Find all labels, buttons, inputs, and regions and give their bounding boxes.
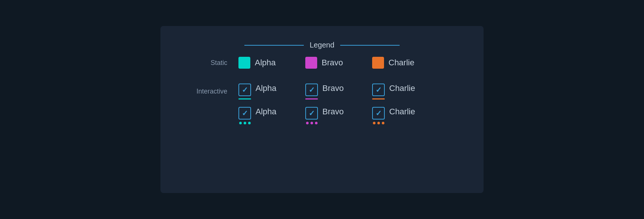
interactive-section: Interactive ✓ Alpha ✓ xyxy=(183,84,461,124)
charlie-interactive-label-solid: Charlie xyxy=(389,84,415,93)
interactive-label: Interactive xyxy=(183,88,227,95)
bravo-checkmark-dots: ✓ xyxy=(309,110,315,117)
legend-item-alpha: Alpha xyxy=(238,57,305,69)
alpha-underline-dots xyxy=(239,122,251,124)
alpha-swatch xyxy=(238,57,250,69)
charlie-checkbox-wrapper-dots: ✓ xyxy=(372,107,385,124)
checkbox-group-charlie-solid: ✓ Charlie xyxy=(372,84,439,99)
alpha-checkmark-solid: ✓ xyxy=(242,86,248,94)
charlie-dot-3 xyxy=(382,122,384,124)
charlie-underline-solid xyxy=(372,98,385,99)
alpha-checkmark-dots: ✓ xyxy=(242,110,248,117)
alpha-checkbox-dots[interactable]: ✓ xyxy=(238,107,251,120)
main-card: Legend Static Alpha Bravo Charlie Intera… xyxy=(160,26,484,193)
legend-items: Static Alpha Bravo Charlie xyxy=(183,57,461,69)
charlie-checkmark-solid: ✓ xyxy=(375,86,382,94)
interactive-row-solid: Interactive ✓ Alpha ✓ xyxy=(183,84,461,99)
legend-header: Legend xyxy=(244,41,400,49)
legend-section: Legend Static Alpha Bravo Charlie xyxy=(183,41,461,69)
alpha-checkbox-wrapper-solid: ✓ xyxy=(238,84,251,99)
alpha-checkbox-wrapper-dots: ✓ xyxy=(238,107,251,124)
bravo-swatch xyxy=(305,57,317,69)
alpha-dot-2 xyxy=(244,122,246,124)
charlie-dot-2 xyxy=(377,122,380,124)
bravo-dot-2 xyxy=(310,122,313,124)
static-label: Static xyxy=(183,59,227,67)
bravo-checkbox-wrapper-solid: ✓ xyxy=(305,84,318,99)
bravo-checkmark-solid: ✓ xyxy=(309,86,315,94)
legend-item-charlie: Charlie xyxy=(372,57,439,69)
bravo-label: Bravo xyxy=(322,58,343,68)
bravo-checkbox-solid[interactable]: ✓ xyxy=(305,84,318,96)
alpha-interactive-label-dots: Alpha xyxy=(256,107,276,117)
checkbox-group-bravo-dots: ✓ Bravo xyxy=(305,107,372,124)
checkbox-group-alpha-dots: ✓ Alpha xyxy=(238,107,305,124)
legend-item-bravo: Bravo xyxy=(305,57,372,69)
legend-title: Legend xyxy=(310,41,335,49)
bravo-dot-1 xyxy=(306,122,309,124)
alpha-label: Alpha xyxy=(255,58,276,68)
alpha-interactive-label-solid: Alpha xyxy=(256,84,276,93)
charlie-interactive-label-dots: Charlie xyxy=(389,107,415,117)
charlie-dot-1 xyxy=(373,122,375,124)
checkbox-group-bravo-solid: ✓ Bravo xyxy=(305,84,372,99)
bravo-dot-3 xyxy=(315,122,318,124)
charlie-label: Charlie xyxy=(388,58,414,68)
charlie-swatch xyxy=(372,57,384,69)
bravo-checkbox-dots[interactable]: ✓ xyxy=(305,107,318,120)
charlie-checkbox-wrapper-solid: ✓ xyxy=(372,84,385,99)
bravo-underline-solid xyxy=(305,98,318,99)
bravo-interactive-label-dots: Bravo xyxy=(322,107,344,117)
legend-line-left xyxy=(244,45,304,46)
alpha-dot-3 xyxy=(248,122,251,124)
bravo-interactive-label-solid: Bravo xyxy=(322,84,344,93)
alpha-underline-solid xyxy=(238,98,251,99)
charlie-checkmark-dots: ✓ xyxy=(375,110,382,117)
charlie-checkbox-dots[interactable]: ✓ xyxy=(372,107,385,120)
checkbox-group-charlie-dots: ✓ Charlie xyxy=(372,107,439,124)
charlie-underline-dots xyxy=(373,122,384,124)
alpha-dot-1 xyxy=(239,122,242,124)
bravo-checkbox-wrapper-dots: ✓ xyxy=(305,107,318,124)
alpha-checkbox-solid[interactable]: ✓ xyxy=(238,84,251,96)
checkbox-group-alpha-solid: ✓ Alpha xyxy=(238,84,305,99)
legend-line-right xyxy=(340,45,400,46)
charlie-checkbox-solid[interactable]: ✓ xyxy=(372,84,385,96)
bravo-underline-dots xyxy=(306,122,318,124)
interactive-row-dots: ✓ Alpha ✓ xyxy=(183,107,461,124)
